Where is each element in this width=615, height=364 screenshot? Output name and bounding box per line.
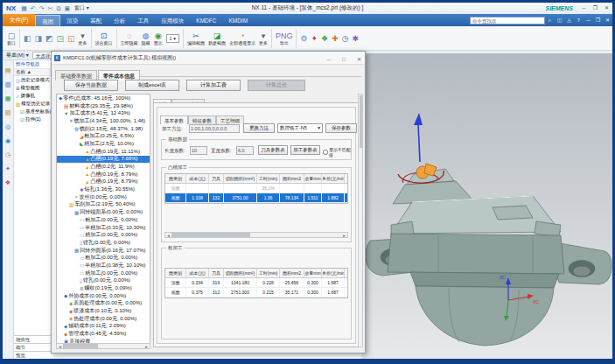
cost-tree-item[interactable]: ✕ 铣加工(4.34元, 100.00%, 1.46)	[57, 117, 150, 125]
param-tab[interactable]: 特征参数	[188, 116, 216, 124]
ribbon-tool[interactable]: ✱	[351, 27, 361, 50]
machining-params-button[interactable]: 加工参数表	[290, 145, 320, 155]
ribbon-tool[interactable]: ✦	[310, 27, 320, 50]
show-mismatch-checkbox[interactable]: 显示不匹配值	[323, 147, 351, 158]
gallery-icon[interactable]: ◫	[555, 15, 564, 26]
ribbon-tool[interactable]: ✚	[330, 27, 340, 50]
checkbox-icon[interactable]	[323, 150, 328, 155]
search-icon[interactable]: ⌕	[545, 15, 555, 26]
navigator-item[interactable]: ◷ 历史记录模式	[14, 76, 52, 84]
ribbon-tool[interactable]: ◷	[340, 27, 351, 50]
cost-tree-item[interactable]: ◆ 外协成本(0.00元, 0.00%)	[57, 292, 150, 300]
ribbon-tool[interactable]	[19, 29, 20, 48]
ribbon-tab[interactable]: 装配	[84, 15, 108, 26]
cost-tree-item[interactable]: ▤ 材料成本(29.35元, 29.98%)	[57, 102, 150, 110]
dialog-maximize-button[interactable]: □	[339, 53, 350, 66]
copy-icon[interactable]: ⧉	[54, 3, 62, 14]
column-header[interactable]: 成本(元)	[186, 269, 209, 277]
ribbon-tool[interactable]: ◧	[22, 27, 33, 50]
restore-workspace-icon[interactable]: ❐	[593, 15, 603, 26]
web-browser-icon[interactable]: ◉	[5, 134, 10, 148]
cost-tree-item[interactable]: ▲ 凸槽(0.19元, 8.79%)	[57, 171, 150, 178]
cost-tree-item[interactable]: ▼ 加工成本(5.41元, 12.43%)	[57, 109, 150, 117]
column-header[interactable]: 刀具	[209, 174, 224, 183]
cost-tree-item[interactable]: ▭ 粗加工(0.00元, 0.00%)	[57, 216, 150, 224]
table-row[interactable]: 顶面0.3343161341.1800.22825.4560.3001.687	[165, 278, 347, 288]
menu-button[interactable]: 菜单(M) ▾	[3, 52, 32, 60]
ribbon-tab[interactable]: KMDIM	[222, 15, 254, 26]
paste-icon[interactable]: ▣	[62, 3, 72, 14]
tree-hscroll-thumb[interactable]	[63, 344, 98, 348]
cost-tree-item[interactable]: ▯ 镗孔(0.00元, 0.00%)	[57, 277, 150, 285]
cost-tree-item[interactable]: ▭ 精加工(0.00元, 0.00%)	[57, 270, 150, 277]
constraint-navigator-icon[interactable]: ▥	[5, 78, 11, 92]
column-header[interactable]: 工时(min)	[257, 174, 280, 183]
ribbon-tool[interactable]: ◱	[66, 27, 77, 50]
navigator-item[interactable]: ☑ 基准坐标系(0)	[14, 108, 52, 116]
undo-icon[interactable]: ↶	[29, 3, 38, 14]
cost-tree-item[interactable]: ▭ 粗加工(0.00元, 0.00%)	[57, 254, 150, 262]
cost-tree-item[interactable]: ▲ 凸槽(0.2元, 11.9%)	[57, 163, 150, 171]
cost-tree-item[interactable]: ▭ 半精加工(0.33元, 10.30%)	[57, 224, 150, 232]
ribbon-tab[interactable]: KMDFC	[190, 15, 222, 26]
save-params-button[interactable]: 保存参数	[325, 123, 357, 133]
cost-tree-item[interactable]: ◈ 表面处理成本(0.00元, 0.00%)	[57, 300, 150, 308]
tree-hscrollbar[interactable]: ◂ ▸	[56, 343, 150, 349]
roles-icon[interactable]: ◬	[564, 15, 574, 26]
navigator-item[interactable]: ⊞ 模型视图	[14, 84, 52, 92]
ribbon-tool[interactable]: ❖	[319, 27, 330, 50]
cost-tree-item[interactable]: ◢ 粗加工(0.25元, 6.5%)	[57, 132, 150, 140]
ribbon-tab[interactable]: 分析	[108, 15, 131, 26]
cost-tree-item[interactable]: ▯ 镗孔(0.00元, 0.00%)	[57, 239, 150, 247]
ribbon-tab[interactable]: 应用模块	[155, 15, 190, 26]
process-studio-icon[interactable]: ✦	[5, 162, 10, 176]
cost-tree-item[interactable]: ◣ 精加工(2.5元, 10.0%)	[57, 140, 150, 148]
ribbon-tool[interactable]: ⚙	[298, 27, 309, 50]
column-header[interactable]: 面积mm2	[280, 174, 304, 183]
ribbon-tool[interactable]	[116, 29, 117, 48]
navigator-section-header[interactable]: 预览	[14, 351, 53, 359]
search-input[interactable]	[470, 17, 545, 24]
scroll-right-icon[interactable]: ▸	[143, 344, 150, 349]
dialog-vscroll-thumb[interactable]	[360, 95, 362, 148]
tab-file[interactable]: 文件(F)	[3, 14, 35, 26]
table-row[interactable]: 底面0.3753122751.3000.21535.1710.3001.687	[165, 288, 347, 298]
method-value-field[interactable]	[189, 124, 240, 133]
cost-tree-item[interactable]: ▦ 回转端面系(0.00元, 0.00%)	[57, 208, 150, 216]
column-header[interactable]: 余量mm	[304, 174, 322, 183]
ribbon-tool[interactable]: ⊡ 适合窗口	[94, 27, 115, 50]
ribbon-tool[interactable]	[91, 29, 92, 48]
navigator-section-header[interactable]: 细节	[14, 343, 53, 351]
ribbon-tool[interactable]: 1 ▾	[164, 27, 181, 50]
ribbon-tool[interactable]	[183, 29, 184, 48]
navigator-section-header[interactable]: 相依性	[14, 335, 53, 343]
part-navigator-icon[interactable]: ▦	[5, 92, 11, 106]
ribbon-tool[interactable]: ▢ 窗口	[5, 27, 17, 50]
cost-tree-item[interactable]: ▲ 凸槽(0.19元, 8.79%)	[57, 178, 150, 186]
ribbon-tab[interactable]: 渲染	[60, 15, 84, 26]
cost-tree-item[interactable]: ▲ 凸槽(0.19元, 11.11%)	[57, 148, 150, 156]
roles-icon[interactable]: ❖	[5, 176, 10, 190]
close-button[interactable]: ✕	[601, 3, 612, 14]
column-header[interactable]: 单价(元/min)	[322, 269, 345, 277]
param-tab[interactable]: 基本参数	[160, 116, 188, 124]
cost-tree-item[interactable]: ▨ 车削加工(2.19元, 50.40%)	[57, 201, 150, 209]
maximize-button[interactable]: ❐	[590, 3, 601, 14]
tool-params-button[interactable]: 刀具参数表	[258, 145, 288, 155]
cost-tree-item[interactable]: ▭ 精加工(0.00元, 0.00%)	[57, 231, 150, 239]
cost-tree-item[interactable]: ◈ 热处理成本(0.00元, 0.00%)	[57, 315, 150, 323]
ribbon-tool[interactable]: ◳	[55, 27, 66, 50]
cost-tree-item[interactable]: ◈ 喷漆成本(0.10元, 0.10%)	[57, 307, 150, 315]
ribbon-tool[interactable]: ◉ 显示	[152, 27, 164, 50]
cost-tree-item[interactable]: ▭ 半精加工(0.38元, 10.10%)	[57, 262, 150, 270]
table-row[interactable]: 底面1.1081323751.001.3678.1341.5111.882	[165, 193, 347, 203]
scroll-right-icon[interactable]: ▸	[341, 233, 347, 238]
close-workspace-icon[interactable]: ✕	[603, 15, 612, 26]
cut-icon[interactable]: ✂	[46, 3, 55, 14]
cost-tree-item[interactable]: ◆ 辅助成本(0.11元, 2.09%)	[57, 323, 150, 331]
cost-tree-item[interactable]: ✱ 钻孔(1.36元, 30.55%)	[57, 186, 150, 193]
column-header[interactable]: 单价(元/min)	[322, 174, 345, 183]
param-tab[interactable]: 工艺明细	[216, 116, 244, 124]
cost-tree-item[interactable]: ▦ 回转外圆系(0.16元, 17.07%)	[57, 247, 150, 255]
change-method-button[interactable]: 更换方法	[243, 123, 275, 133]
